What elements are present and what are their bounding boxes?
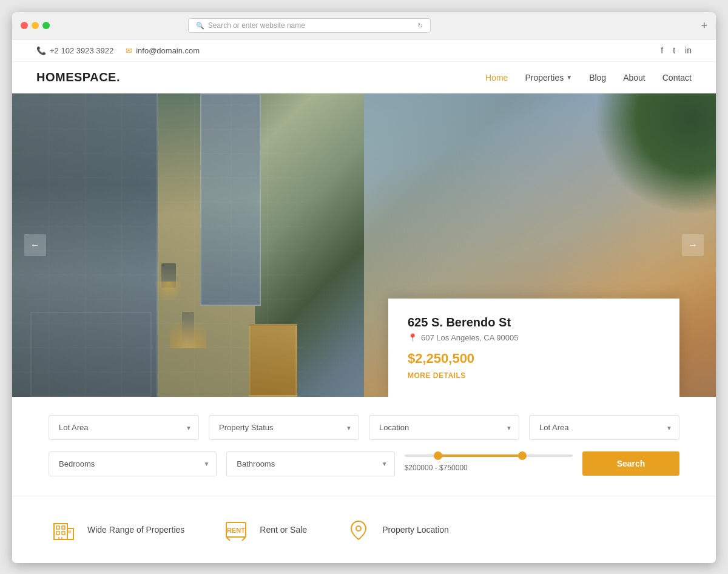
feature-item-2: RENT Rent or Sale xyxy=(221,515,307,545)
feature-item-1: Wide Range of Properties xyxy=(49,515,184,545)
email-icon: ✉ xyxy=(126,46,132,55)
bathrooms-wrapper: Bathrooms 1 2 3 4+ ▼ xyxy=(226,451,394,476)
search-button[interactable]: Search xyxy=(582,451,679,476)
svg-rect-2 xyxy=(62,526,65,529)
bedrooms-wrapper: Bedrooms 1 2 3 4 5+ ▼ xyxy=(49,451,217,476)
address-bar-text: Search or enter website name xyxy=(208,21,305,30)
search-row-1: Lot Area Small Medium Large ▼ Property S… xyxy=(49,415,679,440)
bathrooms-select[interactable]: Bathrooms 1 2 3 4+ xyxy=(226,451,394,476)
dot-green[interactable] xyxy=(42,22,50,29)
features-section: Wide Range of Properties RENT Rent or Sa… xyxy=(12,496,716,563)
logo[interactable]: HOMESPACE. xyxy=(36,70,120,84)
nav-contact[interactable]: Contact xyxy=(662,73,692,83)
feature-item-3: Property Location xyxy=(343,515,449,545)
nav-links: Home Properties ▼ Blog About Contact xyxy=(485,73,692,83)
property-status-wrapper: Property Status For Sale For Rent Sold ▼ xyxy=(209,415,359,440)
browser-dots xyxy=(21,22,50,29)
search-row-2: Bedrooms 1 2 3 4 5+ ▼ Bathrooms 1 2 3 xyxy=(49,450,679,478)
property-card: 625 S. Berendo St 📍 607 Los Angeles, CA … xyxy=(388,299,679,397)
social-links: f t in xyxy=(661,46,692,55)
property-status-select[interactable]: Property Status For Sale For Rent Sold xyxy=(209,415,359,440)
nav-blog[interactable]: Blog xyxy=(589,73,606,83)
top-bar: 📞 +2 102 3923 3922 ✉ info@domain.com f t… xyxy=(12,39,716,62)
new-tab-button[interactable]: + xyxy=(701,19,707,32)
feature-text-3: Property Location xyxy=(382,525,449,535)
hero-prev-button[interactable]: ← xyxy=(24,234,46,256)
lot-area-1-select[interactable]: Lot Area Small Medium Large xyxy=(49,415,199,440)
browser-window: 🔍 Search or enter website name ↻ + 📞 +2 … xyxy=(12,12,716,563)
dot-yellow[interactable] xyxy=(32,22,39,29)
lot-area-2-select[interactable]: Lot Area Small Medium Large xyxy=(529,415,679,440)
feature-text-1: Wide Range of Properties xyxy=(87,525,184,535)
more-details-link[interactable]: MORE DETAILS xyxy=(408,371,660,380)
dot-red[interactable] xyxy=(21,22,28,29)
property-title: 625 S. Berendo St xyxy=(408,316,660,329)
facebook-icon[interactable]: f xyxy=(661,46,663,55)
twitter-icon[interactable]: t xyxy=(673,46,675,55)
price-range-fill xyxy=(438,454,522,457)
search-icon: 🔍 xyxy=(196,22,204,30)
phone-item: 📞 +2 102 3923 3922 xyxy=(36,46,113,55)
nav-about[interactable]: About xyxy=(623,73,645,83)
price-range-wrapper: $200000 - $750000 xyxy=(405,450,573,478)
svg-text:RENT: RENT xyxy=(227,527,245,534)
property-address-text: 607 Los Angeles, CA 90005 xyxy=(421,333,518,342)
nav-home[interactable]: Home xyxy=(485,73,508,83)
bedrooms-select[interactable]: Bedrooms 1 2 3 4 5+ xyxy=(49,451,217,476)
building-icon xyxy=(49,515,79,545)
svg-point-13 xyxy=(356,526,361,531)
chevron-down-icon: ▼ xyxy=(566,74,572,81)
rent-icon: RENT xyxy=(221,515,251,545)
linkedin-icon[interactable]: in xyxy=(685,46,692,55)
email-item: ✉ info@domain.com xyxy=(126,46,200,55)
price-range-track xyxy=(405,454,573,457)
phone-number: +2 102 3923 3922 xyxy=(50,46,113,55)
lot-area-2-wrapper: Lot Area Small Medium Large ▼ xyxy=(529,415,679,440)
nav-properties[interactable]: Properties ▼ xyxy=(525,73,572,83)
reload-icon[interactable]: ↻ xyxy=(417,22,423,30)
property-price: $2,250,500 xyxy=(408,351,660,366)
site-content: 📞 +2 102 3923 3922 ✉ info@domain.com f t… xyxy=(12,39,716,563)
location-icon xyxy=(343,515,374,545)
location-wrapper: Location Los Angeles New York Chicago ▼ xyxy=(369,415,519,440)
phone-icon: 📞 xyxy=(36,46,46,55)
svg-rect-1 xyxy=(56,526,59,529)
svg-rect-3 xyxy=(56,532,59,535)
price-range-label: $200000 - $750000 xyxy=(405,464,468,472)
address-bar[interactable]: 🔍 Search or enter website name ↻ xyxy=(188,18,431,33)
svg-rect-5 xyxy=(67,528,73,539)
feature-text-2: Rent or Sale xyxy=(260,525,307,535)
svg-rect-6 xyxy=(69,531,70,533)
email-address: info@domain.com xyxy=(136,46,200,55)
navigation: HOMESPACE. Home Properties ▼ Blog About … xyxy=(12,62,716,93)
price-thumb-left[interactable] xyxy=(434,451,442,460)
browser-chrome: 🔍 Search or enter website name ↻ + xyxy=(12,12,716,39)
svg-rect-4 xyxy=(62,532,65,535)
hero-next-button[interactable]: → xyxy=(682,234,704,256)
hero-section: ← → 625 S. Berendo St 📍 607 Los Angeles,… xyxy=(12,93,716,397)
price-thumb-right[interactable] xyxy=(518,451,527,460)
nav-properties-label: Properties xyxy=(525,73,564,83)
top-bar-left: 📞 +2 102 3923 3922 ✉ info@domain.com xyxy=(36,46,200,55)
search-section: Lot Area Small Medium Large ▼ Property S… xyxy=(12,397,716,496)
property-address: 📍 607 Los Angeles, CA 90005 xyxy=(408,333,660,342)
pin-icon: 📍 xyxy=(408,333,417,342)
location-select[interactable]: Location Los Angeles New York Chicago xyxy=(369,415,519,440)
lot-area-1-wrapper: Lot Area Small Medium Large ▼ xyxy=(49,415,199,440)
